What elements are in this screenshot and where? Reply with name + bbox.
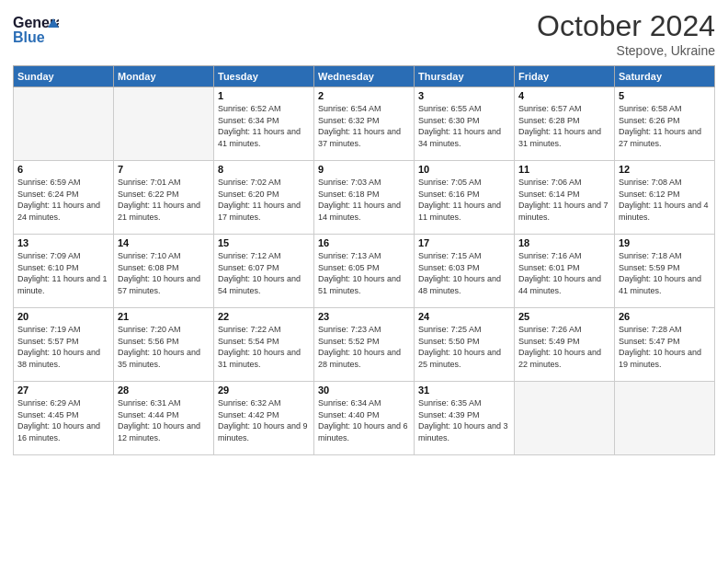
day-info: Sunrise: 7:22 AMSunset: 5:54 PMDaylight:… (218, 324, 310, 370)
day-info: Sunrise: 7:23 AMSunset: 5:52 PMDaylight:… (318, 324, 410, 370)
month-title: October 2024 (537, 9, 715, 43)
day-info: Sunrise: 6:29 AMSunset: 4:45 PMDaylight:… (17, 397, 109, 443)
day-number: 25 (518, 311, 610, 322)
location: Stepove, Ukraine (537, 43, 715, 58)
col-tuesday: Tuesday (214, 66, 314, 87)
day-info: Sunrise: 6:57 AMSunset: 6:28 PMDaylight:… (518, 103, 610, 149)
calendar-week-2: 6Sunrise: 6:59 AMSunset: 6:24 PMDaylight… (14, 161, 715, 235)
logo-icon: General Blue (13, 9, 59, 51)
day-number: 18 (518, 237, 610, 248)
day-info: Sunrise: 7:01 AMSunset: 6:22 PMDaylight:… (118, 177, 210, 223)
day-number: 30 (318, 385, 410, 396)
calendar-cell (14, 87, 114, 161)
day-number: 13 (17, 237, 109, 248)
day-info: Sunrise: 6:55 AMSunset: 6:30 PMDaylight:… (418, 103, 510, 149)
day-number: 1 (218, 90, 310, 101)
calendar-cell: 12Sunrise: 7:08 AMSunset: 6:12 PMDayligh… (615, 161, 715, 235)
day-number: 10 (418, 164, 510, 175)
col-friday: Friday (515, 66, 615, 87)
day-number: 8 (218, 164, 310, 175)
calendar-cell (114, 87, 214, 161)
col-thursday: Thursday (415, 66, 515, 87)
calendar-cell: 22Sunrise: 7:22 AMSunset: 5:54 PMDayligh… (214, 308, 314, 382)
day-number: 20 (17, 311, 109, 322)
day-number: 17 (418, 237, 510, 248)
calendar-week-4: 20Sunrise: 7:19 AMSunset: 5:57 PMDayligh… (14, 308, 715, 382)
day-number: 16 (318, 237, 410, 248)
calendar-cell: 6Sunrise: 6:59 AMSunset: 6:24 PMDaylight… (14, 161, 114, 235)
calendar-cell (515, 382, 615, 455)
day-info: Sunrise: 7:10 AMSunset: 6:08 PMDaylight:… (118, 250, 210, 296)
day-info: Sunrise: 7:25 AMSunset: 5:50 PMDaylight:… (418, 324, 510, 370)
calendar-cell: 4Sunrise: 6:57 AMSunset: 6:28 PMDaylight… (515, 87, 615, 161)
day-info: Sunrise: 7:05 AMSunset: 6:16 PMDaylight:… (418, 177, 510, 223)
day-info: Sunrise: 7:13 AMSunset: 6:05 PMDaylight:… (318, 250, 410, 296)
calendar-cell: 18Sunrise: 7:16 AMSunset: 6:01 PMDayligh… (515, 235, 615, 308)
calendar-week-5: 27Sunrise: 6:29 AMSunset: 4:45 PMDayligh… (14, 382, 715, 455)
day-number: 5 (619, 90, 711, 101)
calendar-cell: 19Sunrise: 7:18 AMSunset: 5:59 PMDayligh… (615, 235, 715, 308)
calendar-cell: 15Sunrise: 7:12 AMSunset: 6:07 PMDayligh… (214, 235, 314, 308)
calendar-week-1: 1Sunrise: 6:52 AMSunset: 6:34 PMDaylight… (14, 87, 715, 161)
day-number: 22 (218, 311, 310, 322)
day-info: Sunrise: 6:52 AMSunset: 6:34 PMDaylight:… (218, 103, 310, 149)
day-number: 23 (318, 311, 410, 322)
day-info: Sunrise: 7:19 AMSunset: 5:57 PMDaylight:… (17, 324, 109, 370)
calendar-table: Sunday Monday Tuesday Wednesday Thursday… (13, 65, 715, 455)
calendar-cell: 13Sunrise: 7:09 AMSunset: 6:10 PMDayligh… (14, 235, 114, 308)
day-info: Sunrise: 6:34 AMSunset: 4:40 PMDaylight:… (318, 397, 410, 443)
day-info: Sunrise: 7:20 AMSunset: 5:56 PMDaylight:… (118, 324, 210, 370)
day-number: 7 (118, 164, 210, 175)
day-number: 9 (318, 164, 410, 175)
day-info: Sunrise: 6:31 AMSunset: 4:44 PMDaylight:… (118, 397, 210, 443)
calendar-cell: 21Sunrise: 7:20 AMSunset: 5:56 PMDayligh… (114, 308, 214, 382)
col-sunday: Sunday (14, 66, 114, 87)
day-number: 21 (118, 311, 210, 322)
day-number: 28 (118, 385, 210, 396)
day-info: Sunrise: 6:58 AMSunset: 6:26 PMDaylight:… (619, 103, 711, 149)
day-info: Sunrise: 7:26 AMSunset: 5:49 PMDaylight:… (518, 324, 610, 370)
day-info: Sunrise: 7:03 AMSunset: 6:18 PMDaylight:… (318, 177, 410, 223)
calendar-cell: 8Sunrise: 7:02 AMSunset: 6:20 PMDaylight… (214, 161, 314, 235)
col-wednesday: Wednesday (314, 66, 415, 87)
calendar-cell: 3Sunrise: 6:55 AMSunset: 6:30 PMDaylight… (415, 87, 515, 161)
calendar-cell: 14Sunrise: 7:10 AMSunset: 6:08 PMDayligh… (114, 235, 214, 308)
calendar-cell: 20Sunrise: 7:19 AMSunset: 5:57 PMDayligh… (14, 308, 114, 382)
day-number: 29 (218, 385, 310, 396)
day-number: 27 (17, 385, 109, 396)
day-number: 31 (418, 385, 510, 396)
calendar-cell: 9Sunrise: 7:03 AMSunset: 6:18 PMDaylight… (314, 161, 415, 235)
svg-text:Blue: Blue (13, 29, 45, 45)
day-info: Sunrise: 7:12 AMSunset: 6:07 PMDaylight:… (218, 250, 310, 296)
day-number: 15 (218, 237, 310, 248)
day-info: Sunrise: 6:59 AMSunset: 6:24 PMDaylight:… (17, 177, 109, 223)
calendar-cell: 17Sunrise: 7:15 AMSunset: 6:03 PMDayligh… (415, 235, 515, 308)
day-number: 12 (619, 164, 711, 175)
calendar-cell: 2Sunrise: 6:54 AMSunset: 6:32 PMDaylight… (314, 87, 415, 161)
day-info: Sunrise: 7:06 AMSunset: 6:14 PMDaylight:… (518, 177, 610, 223)
day-info: Sunrise: 7:18 AMSunset: 5:59 PMDaylight:… (619, 250, 711, 296)
day-number: 6 (17, 164, 109, 175)
calendar-cell: 24Sunrise: 7:25 AMSunset: 5:50 PMDayligh… (415, 308, 515, 382)
calendar-cell: 26Sunrise: 7:28 AMSunset: 5:47 PMDayligh… (615, 308, 715, 382)
day-number: 19 (619, 237, 711, 248)
day-number: 4 (518, 90, 610, 101)
calendar-cell: 10Sunrise: 7:05 AMSunset: 6:16 PMDayligh… (415, 161, 515, 235)
day-number: 2 (318, 90, 410, 101)
logo: General Blue (13, 9, 61, 51)
day-info: Sunrise: 7:15 AMSunset: 6:03 PMDaylight:… (418, 250, 510, 296)
day-info: Sunrise: 7:08 AMSunset: 6:12 PMDaylight:… (619, 177, 711, 223)
col-monday: Monday (114, 66, 214, 87)
day-info: Sunrise: 7:28 AMSunset: 5:47 PMDaylight:… (619, 324, 711, 370)
calendar-cell (615, 382, 715, 455)
col-saturday: Saturday (615, 66, 715, 87)
day-number: 24 (418, 311, 510, 322)
day-info: Sunrise: 6:32 AMSunset: 4:42 PMDaylight:… (218, 397, 310, 443)
calendar-cell: 1Sunrise: 6:52 AMSunset: 6:34 PMDaylight… (214, 87, 314, 161)
day-info: Sunrise: 7:02 AMSunset: 6:20 PMDaylight:… (218, 177, 310, 223)
calendar-cell: 28Sunrise: 6:31 AMSunset: 4:44 PMDayligh… (114, 382, 214, 455)
calendar-cell: 11Sunrise: 7:06 AMSunset: 6:14 PMDayligh… (515, 161, 615, 235)
day-info: Sunrise: 7:16 AMSunset: 6:01 PMDaylight:… (518, 250, 610, 296)
calendar-cell: 29Sunrise: 6:32 AMSunset: 4:42 PMDayligh… (214, 382, 314, 455)
calendar-cell: 31Sunrise: 6:35 AMSunset: 4:39 PMDayligh… (415, 382, 515, 455)
